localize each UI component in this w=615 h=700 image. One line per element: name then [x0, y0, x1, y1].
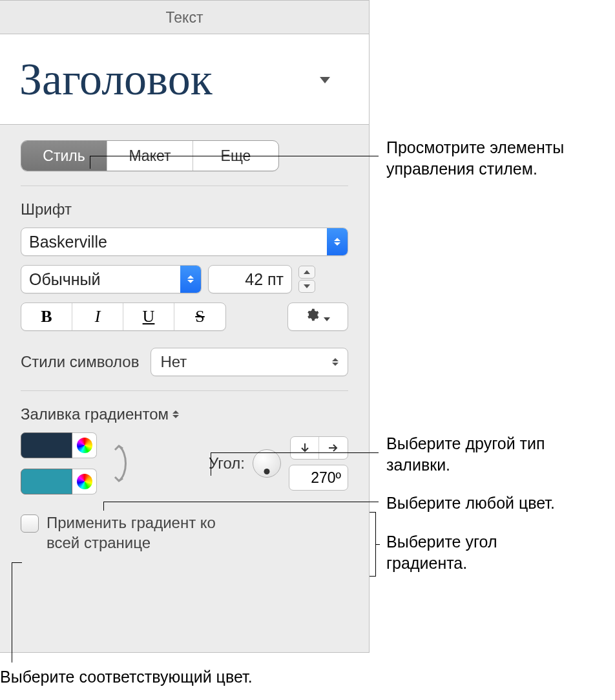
color-swatch-2[interactable]: [21, 469, 72, 494]
callout-leader: [90, 156, 90, 169]
color-wheel-icon: [77, 438, 92, 453]
divider: [21, 186, 348, 186]
char-styles-value: Нет: [160, 353, 187, 371]
paragraph-style-name: Заголовок: [19, 54, 213, 105]
dropdown-chevrons-icon: [332, 358, 339, 366]
callout-leader: [211, 452, 379, 453]
callout-matching-color: Выберите соответствующий цвет.: [0, 668, 253, 686]
color-swatch-1[interactable]: [21, 432, 72, 458]
callout-leader: [12, 562, 22, 563]
font-weight-value: Обычный: [29, 270, 101, 289]
char-styles-label: Стили символов: [21, 353, 139, 371]
inspector-panel: Текст Заголовок Стиль Макет Еще Шрифт Ba…: [0, 0, 370, 653]
italic-button[interactable]: I: [72, 303, 123, 330]
angle-value: 270º: [311, 469, 341, 487]
apply-gradient-page-label: Применить градиент ко всей странице: [47, 513, 227, 553]
paragraph-style-preview[interactable]: Заголовок: [0, 34, 369, 125]
panel-title: Текст: [0, 1, 369, 34]
callout-leader: [90, 156, 379, 156]
chevron-down-icon[interactable]: [318, 70, 331, 89]
stepper-down-button[interactable]: [298, 280, 315, 293]
char-styles-dropdown[interactable]: Нет: [151, 348, 348, 376]
stepper-up-button[interactable]: [298, 266, 315, 279]
callout-fill-type: Выберите другой тип заливки.: [386, 433, 580, 475]
angle-direction-buttons: [290, 436, 348, 460]
apply-gradient-page-checkbox[interactable]: [21, 514, 39, 533]
callout-leader: [12, 562, 12, 663]
font-size-field[interactable]: 42 пт: [208, 265, 292, 293]
font-size-value: 42 пт: [245, 270, 284, 289]
font-weight-dropdown[interactable]: Обычный: [21, 265, 202, 293]
dropdown-chevrons-icon: [180, 266, 201, 293]
bold-button[interactable]: B: [21, 303, 72, 330]
chevron-down-icon: [323, 308, 331, 326]
angle-value-field[interactable]: 270º: [289, 465, 348, 491]
underline-button[interactable]: U: [123, 303, 174, 330]
fill-type-dropdown[interactable]: Заливка градиентом: [21, 405, 348, 423]
text-style-buttons: B I U S: [21, 302, 226, 331]
gear-icon: [305, 308, 319, 326]
callout-any-color: Выберите любой цвет.: [386, 493, 606, 514]
dropdown-chevrons-icon: [172, 410, 179, 418]
divider: [21, 390, 348, 391]
swap-colors-button[interactable]: [110, 432, 133, 494]
callout-leader: [376, 544, 380, 545]
color-wheel-icon: [77, 474, 92, 489]
font-family-dropdown[interactable]: Baskerville: [21, 228, 348, 256]
font-family-value: Baskerville: [29, 233, 107, 251]
dropdown-chevrons-icon: [327, 228, 348, 255]
gradient-stop-2: [21, 469, 97, 494]
strikethrough-button[interactable]: S: [174, 303, 225, 330]
svg-marker-0: [320, 77, 330, 83]
angle-right-button[interactable]: [319, 437, 348, 459]
font-size-stepper: [298, 266, 315, 293]
font-section-label: Шрифт: [21, 200, 348, 218]
advanced-options-button[interactable]: [287, 302, 348, 331]
angle-down-button[interactable]: [291, 437, 319, 459]
callout-leader: [211, 452, 211, 476]
callout-leader: [103, 502, 104, 511]
color-picker-button-1[interactable]: [72, 432, 97, 458]
callout-style-controls: Просмотрите элементы управления стилем.: [386, 137, 612, 179]
callout-bracket: [370, 512, 376, 577]
color-picker-button-2[interactable]: [72, 469, 97, 494]
svg-marker-1: [324, 317, 330, 321]
angle-label: Угол:: [209, 454, 245, 472]
gradient-stop-1: [21, 432, 97, 458]
callout-leader: [103, 502, 379, 502]
callout-gradient-angle: Выберите угол градиента.: [386, 531, 580, 573]
fill-type-label: Заливка градиентом: [21, 405, 169, 423]
angle-dial[interactable]: [253, 449, 281, 478]
